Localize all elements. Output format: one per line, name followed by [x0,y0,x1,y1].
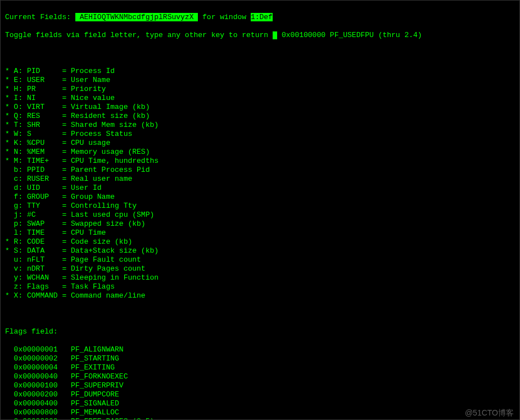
field-description: Memory usage (RES) [71,148,150,156]
watermark-text: @51CTO博客 [465,408,514,417]
field-row[interactable]: * S: DATA= Data+Stack size (kb) [5,246,515,255]
field-row[interactable]: * W: S= Process Status [5,130,515,139]
field-letter: g [14,202,19,211]
equals-sign: = [62,291,71,300]
flag-row: 0x00000001 PF_ALIGNWARN [5,345,515,354]
field-description: Real user name [71,175,132,183]
field-row[interactable]: v: nDRT= Dirty Pages count [5,264,515,273]
field-letter: l [14,229,19,238]
field-on-marker [5,184,10,193]
flag-name: PF_SUPERPRIV [71,381,124,390]
field-letter: p [14,220,19,229]
current-fields-value: AEHIOQTWKNMbcdfgjplRSuvyzX [75,13,198,21]
field-row[interactable]: * E: USER= User Name [5,76,515,85]
field-code: PID [27,67,62,76]
field-row[interactable]: * K: %CPU= CPU usage [5,139,515,148]
field-row[interactable]: l: TIME= CPU Time [5,229,515,238]
field-code: TTY [27,202,62,211]
field-code: WCHAN [27,273,62,282]
field-code: Flags [27,282,62,291]
field-description: Task Flags [71,282,119,291]
field-code: %CPU [27,139,62,148]
equals-sign: = [62,273,71,282]
equals-sign: = [62,121,71,130]
field-on-marker: * [5,148,10,157]
flag-hex: 0x00100000 [282,31,325,39]
flag-name: PF_DUMPCORE [71,390,119,399]
equals-sign: = [62,157,71,166]
field-on-marker: * [5,67,10,76]
field-row[interactable]: d: UID= User Id [5,184,515,193]
field-code: DATA [27,246,62,255]
field-code: nDRT [27,264,62,273]
field-on-marker [5,166,10,175]
field-row[interactable]: b: PPID= Parent Process Pid [5,166,515,175]
field-letter: d [14,184,19,193]
flag-row: 0x00000800 PF_MEMALLOC [5,408,515,417]
field-description: CPU Time [71,229,106,237]
field-row[interactable]: z: Flags= Task Flags [5,282,515,291]
field-letter: T [14,121,19,130]
flag-hex: 0x00000040 [14,372,62,381]
field-row[interactable]: * Q: RES= Resident size (kb) [5,112,515,121]
hint-text: Toggle fields via field letter, type any… [5,31,273,39]
field-row[interactable]: * A: PID= Process Id [5,67,515,76]
flag-hex: 0x00000004 [14,363,62,372]
field-on-marker: * [5,238,10,246]
field-row[interactable]: p: SWAP= Swapped size (kb) [5,220,515,229]
field-row[interactable]: * N: %MEM= Memory usage (RES) [5,148,515,157]
field-description: Dirty Pages count [71,264,146,273]
fields-list: * A: PID= Process Id* E: USER= User Name… [5,67,515,300]
flag-name: PF_SIGNALED [71,399,119,408]
field-on-marker [5,282,10,291]
flag-row: 0x00000400 PF_SIGNALED [5,399,515,408]
field-row[interactable]: * H: PR= Priority [5,85,515,94]
field-description: Parent Process Pid [71,166,150,174]
field-code: RUSER [27,175,62,184]
header-line-2: Toggle fields via field letter, type any… [5,31,515,40]
equals-sign: = [62,139,71,148]
field-on-marker: * [5,103,10,112]
terminal-screen[interactable]: Current Fields: AEHIOQTWKNMbcdfgjplRSuvy… [1,1,519,420]
field-code: TIME+ [27,157,62,166]
field-on-marker: * [5,246,10,255]
right-flag-entry: 0x00100000 PF_USEDFPU (thru 2.4) [282,31,422,40]
field-description: User Name [71,76,110,84]
flag-hex: 0x00000001 [14,345,62,354]
flag-row: 0x00000002 PF_STARTING [5,354,515,363]
flag-row: 0x00000200 PF_DUMPCORE [5,390,515,399]
field-on-marker: * [5,112,10,121]
field-code: #C [27,211,62,220]
field-row[interactable]: j: #C= Last used cpu (SMP) [5,211,515,220]
flags-header: Flags field: [5,327,515,336]
field-row[interactable]: * O: VIRT= Virtual Image (kb) [5,103,515,112]
field-row[interactable]: * X: COMMAND= Command name/line [5,291,515,300]
field-description: CPU Time, hundredths [71,157,159,165]
field-row[interactable]: f: GROUP= Group Name [5,193,515,202]
flag-name: PF_FREE_PAGES (2.5) [71,417,154,420]
field-letter: O [14,103,19,112]
field-row[interactable]: * I: NI= Nice value [5,94,515,103]
field-row[interactable]: * T: SHR= Shared Mem size (kb) [5,121,515,130]
field-code: NI [27,94,62,103]
flag-hex: 0x00000800 [14,408,62,417]
equals-sign: = [62,166,71,175]
flag-name: PF_MEMALLOC [71,408,119,417]
field-row[interactable]: * M: TIME+= CPU Time, hundredths [5,157,515,166]
field-row[interactable]: u: nFLT= Page Fault count [5,255,515,264]
flag-hex: 0x00002000 [14,417,62,420]
equals-sign: = [62,67,71,76]
field-on-marker: * [5,139,10,148]
field-code: COMMAND [27,291,62,300]
field-row[interactable]: y: WCHAN= Sleeping in Function [5,273,515,282]
field-description: Shared Mem size (kb) [71,121,159,129]
blank-line [5,49,515,58]
field-code: S [27,130,62,139]
field-row[interactable]: c: RUSER= Real user name [5,175,515,184]
field-row[interactable]: * R: CODE= Code size (kb) [5,238,515,246]
field-row[interactable]: g: TTY= Controlling Tty [5,202,515,211]
field-code: PPID [27,166,62,175]
field-description: User Id [71,184,102,192]
field-on-marker [5,229,10,238]
field-on-marker [5,193,10,202]
